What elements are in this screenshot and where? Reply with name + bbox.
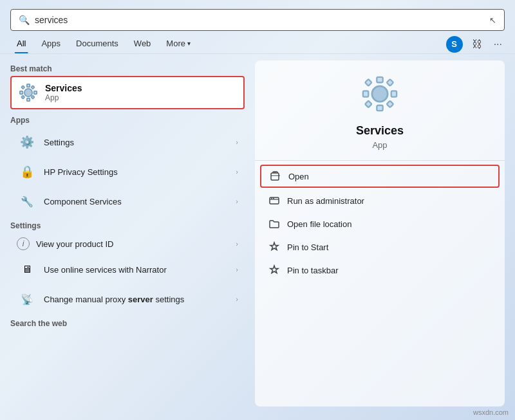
svg-rect-2	[27, 98, 30, 101]
svg-point-9	[372, 86, 388, 102]
svg-rect-14	[365, 79, 372, 86]
list-item-component-services[interactable]: 🔧 Component Services ›	[10, 187, 245, 216]
tab-apps[interactable]: Apps	[35, 35, 67, 53]
product-id-icon: i	[17, 237, 30, 250]
pin-to-taskbar-label: Pin to taskbar	[287, 266, 339, 275]
tab-web[interactable]: Web	[127, 35, 158, 53]
svg-rect-6	[32, 86, 35, 89]
search-box: 🔍 ↖	[10, 9, 505, 31]
svg-rect-10	[377, 77, 382, 82]
svg-rect-16	[365, 101, 372, 108]
cursor: ↖	[489, 15, 496, 25]
svg-point-21	[273, 198, 274, 199]
proxy-chevron-icon: ›	[236, 295, 238, 303]
hp-privacy-chevron-icon: ›	[236, 168, 238, 176]
svg-rect-17	[387, 101, 394, 108]
list-item-narrator[interactable]: 🖥 Use online services with Narrator ›	[10, 255, 245, 284]
proxy-label: Change manual proxy server settings	[44, 295, 229, 304]
proxy-icon: 📡	[17, 289, 37, 309]
list-item-proxy[interactable]: 📡 Change manual proxy server settings ›	[10, 284, 245, 314]
tab-more[interactable]: More ▾	[160, 35, 197, 53]
narrator-label: Use online services with Narrator	[44, 265, 229, 275]
best-match-item-subtitle: App	[45, 93, 82, 102]
best-match-label: Best match	[10, 64, 245, 73]
product-id-chevron-icon: ›	[236, 240, 238, 248]
right-panel: Services App Open	[255, 60, 505, 406]
svg-rect-3	[20, 91, 23, 94]
tabs-right: S ⛓ ···	[446, 36, 505, 53]
svg-rect-12	[363, 91, 368, 96]
search-web-label: Search the web	[10, 319, 245, 328]
action-open[interactable]: Open	[260, 165, 500, 188]
tabs-row: All Apps Documents Web More ▾ S ⛓ ···	[0, 31, 515, 54]
best-match-item[interactable]: Services App	[10, 76, 245, 109]
list-item-product-id[interactable]: i View your product ID ›	[10, 233, 245, 255]
open-file-location-icon	[268, 218, 281, 230]
right-app-name: Services	[356, 124, 404, 138]
search-input[interactable]	[35, 15, 484, 25]
svg-point-20	[271, 198, 272, 199]
watermark: wsxdn.com	[473, 408, 509, 416]
right-services-icon	[362, 76, 398, 119]
tab-all[interactable]: All	[10, 35, 32, 53]
hp-privacy-label: HP Privacy Settings	[44, 167, 229, 177]
right-divider	[255, 160, 505, 161]
tabs-left: All Apps Documents Web More ▾	[10, 35, 197, 53]
settings-chevron-icon: ›	[236, 138, 238, 146]
settings-icon: ⚙️	[17, 132, 37, 152]
apps-section-label: Apps	[10, 116, 245, 125]
svg-rect-13	[391, 91, 397, 96]
svg-rect-18	[271, 173, 279, 180]
list-item-settings[interactable]: ⚙️ Settings ›	[10, 127, 245, 157]
share-icon[interactable]: ⛓	[469, 37, 485, 51]
action-open-file-location[interactable]: Open file location	[255, 212, 505, 235]
right-app-type: App	[372, 140, 387, 150]
narrator-chevron-icon: ›	[236, 266, 238, 273]
action-pin-to-start[interactable]: Pin to Start	[255, 235, 505, 259]
settings-section-label: Settings	[10, 221, 245, 230]
run-as-admin-label: Run as administrator	[287, 196, 364, 206]
tab-documents[interactable]: Documents	[70, 35, 125, 53]
best-match-item-title: Services	[45, 83, 82, 94]
open-file-location-label: Open file location	[287, 219, 351, 229]
component-services-icon: 🔧	[17, 191, 37, 212]
more-options-icon[interactable]: ···	[491, 37, 505, 51]
component-services-chevron-icon: ›	[236, 197, 238, 205]
list-item-hp-privacy[interactable]: 🔒 HP Privacy Settings ›	[10, 157, 245, 187]
left-panel: Best match	[10, 60, 248, 406]
pin-to-start-label: Pin to Start	[287, 242, 328, 252]
svg-rect-7	[21, 96, 24, 99]
main-area: Best match	[0, 54, 515, 413]
svg-rect-1	[27, 84, 30, 87]
chevron-down-icon: ▾	[187, 40, 191, 47]
hp-privacy-icon: 🔒	[17, 161, 37, 182]
product-id-label: View your product ID	[36, 239, 229, 249]
best-match-item-text: Services App	[45, 83, 82, 103]
settings-label: Settings	[44, 138, 229, 147]
pin-to-start-icon	[268, 241, 281, 253]
search-icon: 🔍	[19, 15, 30, 25]
svg-rect-5	[21, 86, 24, 89]
open-icon	[269, 170, 282, 182]
component-services-label: Component Services	[44, 197, 229, 206]
services-app-icon	[18, 82, 39, 103]
svg-rect-8	[32, 96, 35, 99]
svg-rect-15	[387, 79, 394, 86]
action-run-as-admin[interactable]: Run as administrator	[255, 189, 505, 212]
pin-to-taskbar-icon	[268, 264, 281, 276]
right-app-header: Services App	[255, 60, 505, 160]
svg-rect-11	[377, 105, 382, 111]
run-as-admin-icon	[268, 195, 281, 206]
open-label: Open	[288, 172, 309, 181]
action-pin-to-taskbar[interactable]: Pin to taskbar	[255, 259, 505, 282]
narrator-icon: 🖥	[17, 259, 37, 280]
svg-point-0	[24, 89, 32, 96]
user-avatar[interactable]: S	[446, 36, 463, 53]
svg-rect-4	[34, 91, 37, 94]
search-container: 🔍 ↖	[0, 0, 515, 31]
